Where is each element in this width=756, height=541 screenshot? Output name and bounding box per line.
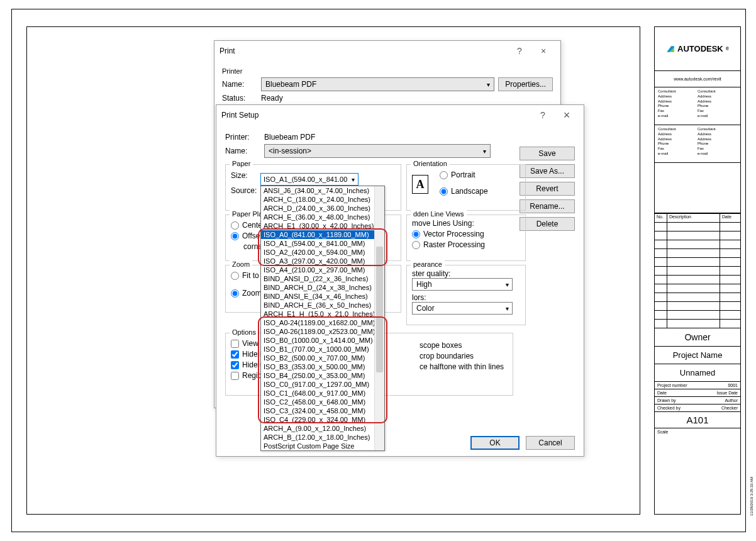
size-option[interactable]: ISO_C3_(324.00_x_458.00_MM) — [261, 406, 384, 415]
size-option[interactable]: ISO_B1_(707.00_x_1000.00_MM) — [261, 345, 384, 354]
rev-col-date: Date — [720, 214, 740, 223]
blank-block — [655, 163, 740, 213]
crop-boundaries-text: crop boundaries — [420, 352, 504, 360]
titleblock: AUTODESK® www.autodesk.com/revit Consult… — [654, 26, 741, 515]
colors-select[interactable]: Color — [412, 302, 513, 315]
size-option[interactable]: ISO_C0_(917.00_x_1297.00_MM) — [261, 380, 384, 389]
dropdown-scrollbar[interactable] — [374, 186, 384, 450]
vector-radio[interactable]: Vector Processing — [412, 230, 520, 238]
revision-schedule: No. Description Date — [655, 213, 740, 328]
info-checked-by: Checked byChecker — [655, 404, 740, 412]
size-option[interactable]: ISO_B3_(353.00_x_500.00_MM) — [261, 362, 384, 371]
size-option[interactable]: BIND_ANSI_D_(22_x_36_Inches) — [261, 274, 384, 283]
size-option[interactable]: ISO_C4_(229.00_x_324.00_MM) — [261, 415, 384, 424]
setup-name-label: Name: — [225, 147, 260, 155]
consultant-block-1: ConsultantAddressAddressPhoneFaxe-mailCo… — [655, 87, 740, 125]
halftone-text: ce halftone with thin lines — [420, 362, 504, 371]
close-icon[interactable]: × — [555, 105, 579, 125]
size-option[interactable]: ISO_C2_(458.00_x_648.00_MM) — [261, 398, 384, 406]
info-project-number: Project number0001 — [655, 382, 740, 389]
paper-size-dropdown[interactable]: ANSI_J6_(34.00_x_74.00_Inches)ARCH_C_(18… — [260, 186, 385, 451]
close-icon[interactable]: × — [531, 41, 555, 61]
plot-timestamp: 11/28/2019 3:25:33 AM — [750, 477, 753, 516]
size-option[interactable]: ANSI_J6_(34.00_x_74.00_Inches) — [261, 186, 384, 195]
size-option[interactable]: ISO_B0_(1000.00_x_1414.00_MM) — [261, 336, 384, 345]
size-option[interactable]: BIND_ARCH_E_(36_x_50_Inches) — [261, 301, 384, 310]
raster-quality-label: ster quality: — [412, 269, 520, 278]
sheet-number: A101 — [655, 412, 740, 428]
ok-button[interactable]: OK — [470, 436, 520, 450]
info-drawn-by: Drawn byAuthor — [655, 397, 740, 404]
size-option[interactable]: ARCH_A_(9.00_x_12.00_Inches) — [261, 424, 384, 433]
size-option[interactable]: ISO_A3_(297.00_x_420.00_MM) — [261, 257, 384, 265]
printer-name-label: Name: — [222, 80, 257, 89]
remove-lines-label: move Lines Using: — [412, 219, 520, 228]
status-label: Status: — [222, 94, 257, 103]
hidden-line-fieldset: dden Line Views move Lines Using: Vector… — [406, 215, 526, 261]
logo-text: AUTODESK — [677, 44, 723, 53]
status-value: Ready — [261, 94, 283, 103]
size-option[interactable]: ISO_B2_(500.00_x_707.00_MM) — [261, 354, 384, 362]
save-as-button[interactable]: Save As... — [520, 164, 575, 178]
setup-name-select[interactable]: <in-session> — [264, 144, 491, 158]
size-option[interactable]: ARCH_C_(18.00_x_24.00_Inches) — [261, 195, 384, 204]
size-option[interactable]: ISO_A2_(420.00_x_594.00_MM) — [261, 248, 384, 257]
orientation-icon: A — [412, 175, 428, 194]
raster-quality-select[interactable]: High — [412, 278, 513, 291]
sheet-name: Unnamed — [655, 364, 740, 382]
size-option[interactable]: ISO_A4_(210.00_x_297.00_MM) — [261, 265, 384, 274]
size-option[interactable]: ARCH_E_(36.00_x_48.00_Inches) — [261, 213, 384, 221]
help-icon[interactable]: ? — [531, 105, 555, 125]
print-titlebar: Print ? × — [214, 41, 560, 61]
project-info: Owner Project Name Unnamed — [655, 328, 740, 382]
project-name: Project Name — [655, 347, 740, 364]
consultant-block-2: ConsultantAddressAddressPhoneFaxe-mailCo… — [655, 125, 740, 163]
size-option[interactable]: ISO_A1_(594.00_x_841.00_MM) — [261, 239, 384, 248]
appearance-fieldset: pearance ster quality: High lors: Color — [406, 265, 526, 325]
printer-group-label: Printer — [222, 67, 553, 75]
rev-col-no: No. — [655, 214, 667, 223]
portrait-radio[interactable]: Portrait — [440, 170, 520, 179]
setup-printer-value: Bluebeam PDF — [264, 133, 315, 142]
properties-button[interactable]: Properties... — [498, 77, 553, 91]
orientation-fieldset: Orientation A Portrait Landscape — [406, 164, 526, 211]
save-button[interactable]: Save — [520, 147, 575, 160]
size-option[interactable]: ISO_A0-24(1189.00_x1682.00_MM) — [261, 318, 384, 327]
size-option[interactable]: PostScript Custom Page Size — [261, 442, 384, 450]
rename-button[interactable]: Rename... — [520, 199, 575, 213]
setup-titlebar: Print Setup ? × — [216, 105, 584, 125]
size-option[interactable]: ARCH_B_(12.00_x_18.00_Inches) — [261, 433, 384, 442]
owner-name: Owner — [655, 328, 740, 347]
paper-size-select[interactable]: ISO_A1_(594.00_x_841.00 — [260, 173, 359, 186]
raster-radio[interactable]: Raster Processing — [412, 240, 520, 249]
size-option[interactable]: BIND_ARCH_D_(24_x_38_Inches) — [261, 283, 384, 292]
colors-label: lors: — [412, 293, 520, 302]
autodesk-logo: AUTODESK® — [655, 27, 740, 71]
print-setup-dialog: Print Setup ? × Printer: Bluebeam PDF Na… — [216, 104, 584, 457]
help-icon[interactable]: ? — [508, 41, 531, 61]
setup-title: Print Setup — [221, 111, 531, 120]
revert-button[interactable]: Revert — [520, 182, 575, 196]
size-option[interactable]: ISO_A0_(841.00_x_1189.00_MM) — [261, 230, 384, 239]
size-option[interactable]: ISO_C1_(648.00_x_917.00_MM) — [261, 389, 384, 398]
cancel-button[interactable]: Cancel — [526, 436, 575, 450]
size-option[interactable]: ISO_B4_(250.00_x_353.00_MM) — [261, 371, 384, 380]
rev-col-desc: Description — [667, 214, 720, 223]
size-option[interactable]: ARCH_E1_(30.00_x_42.00_Inches) — [261, 221, 384, 230]
delete-button[interactable]: Delete — [520, 217, 575, 231]
scroll-thumb[interactable] — [376, 247, 383, 372]
autodesk-url: www.autodesk.com/revit — [655, 71, 740, 87]
info-date: DateIssue Date — [655, 389, 740, 397]
size-option[interactable]: ARCH_D_(24.00_x_36.00_Inches) — [261, 204, 384, 213]
scope-boxes-text: scope boxes — [420, 341, 504, 350]
printer-select[interactable]: Bluebeam PDF — [261, 77, 494, 91]
setup-printer-label: Printer: — [225, 133, 260, 142]
size-option[interactable]: BIND_ANSI_E_(34_x_46_Inches) — [261, 292, 384, 301]
size-option[interactable]: ISO_A0-26(1189.00_x2523.00_MM) — [261, 327, 384, 336]
size-option[interactable]: ARCH_E1_H_(15.0_x_21.0_Inches) — [261, 310, 384, 318]
landscape-radio[interactable]: Landscape — [440, 187, 520, 196]
scale-label: Scale — [655, 428, 740, 435]
print-title: Print — [220, 47, 508, 55]
